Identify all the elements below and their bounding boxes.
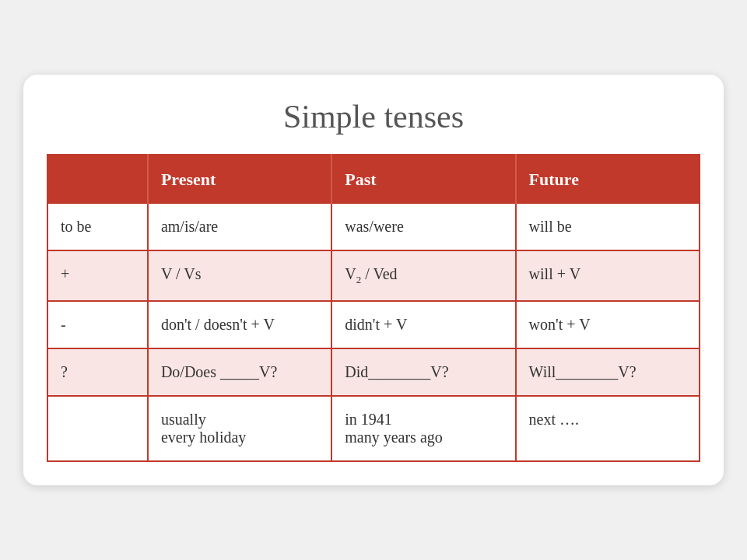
row3-past: didn't + V: [331, 301, 515, 348]
table-header-row: Present Past Future: [47, 155, 700, 204]
header-future: Future: [516, 155, 700, 204]
page-title: Simple tenses: [47, 98, 700, 135]
card: Simple tenses Present Past Future to be …: [23, 75, 724, 485]
row2-past: V2 / Ved: [331, 250, 515, 301]
row5-label: [47, 396, 148, 461]
row5-past: in 1941 many years ago: [331, 396, 515, 461]
tenses-table: Present Past Future to be am/is/are was/…: [47, 154, 700, 462]
row2-label: +: [47, 250, 148, 301]
row1-present: am/is/are: [148, 204, 331, 250]
row4-present: Do/Does _____V?: [148, 348, 331, 396]
row1-label: to be: [47, 204, 148, 250]
row5-future: next ….: [516, 396, 700, 461]
row4-future: Will________V?: [516, 348, 700, 396]
row3-present: don't / doesn't + V: [148, 301, 331, 348]
header-empty: [47, 155, 148, 204]
table-row: to be am/is/are was/were will be: [47, 204, 700, 250]
row1-future: will be: [516, 204, 700, 250]
table-row: ? Do/Does _____V? Did________V? Will____…: [47, 348, 700, 396]
table-row: + V / Vs V2 / Ved will + V: [47, 250, 700, 301]
row2-future: will + V: [516, 250, 700, 301]
header-present: Present: [148, 155, 331, 204]
row4-label: ?: [47, 348, 148, 396]
header-past: Past: [331, 155, 515, 204]
table-row: usually every holiday in 1941 many years…: [47, 396, 700, 461]
table-row: - don't / doesn't + V didn't + V won't +…: [47, 301, 700, 348]
row5-present: usually every holiday: [148, 396, 331, 461]
row3-future: won't + V: [516, 301, 700, 348]
row2-present: V / Vs: [148, 250, 331, 301]
row3-label: -: [47, 301, 148, 348]
row1-past: was/were: [331, 204, 515, 250]
row4-past: Did________V?: [331, 348, 515, 396]
